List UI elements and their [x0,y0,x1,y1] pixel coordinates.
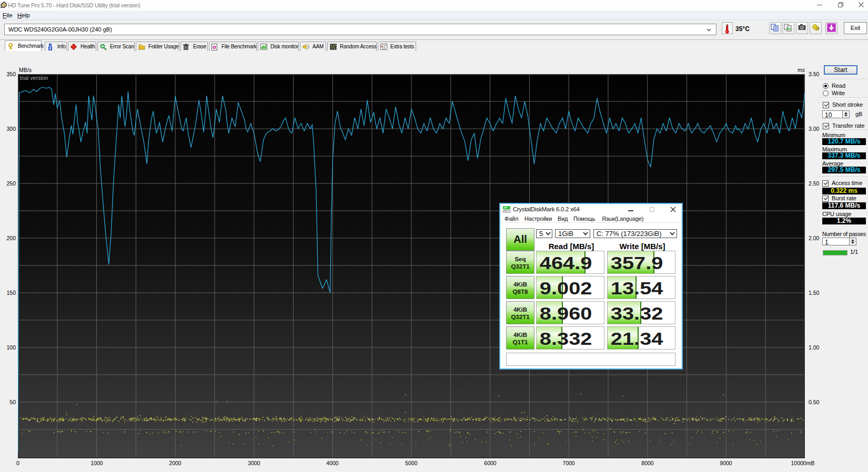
svg-text:10: 10 [815,27,819,30]
svg-text:trial version: trial version [20,75,48,81]
